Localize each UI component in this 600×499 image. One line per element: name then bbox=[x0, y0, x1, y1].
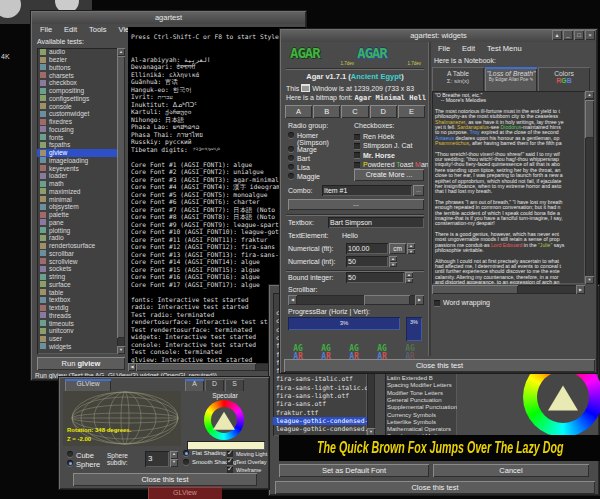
material-tab-a[interactable]: A bbox=[185, 379, 204, 391]
glview-tab[interactable]: GLView bbox=[65, 379, 111, 391]
combo-input[interactable]: Item #1 bbox=[322, 185, 412, 196]
checkbox-ren-h-ek[interactable]: Ren Höek bbox=[354, 132, 429, 141]
menu-item-file[interactable]: File bbox=[34, 24, 58, 35]
numerical-flt-stepper[interactable]: ▲▼ bbox=[407, 243, 415, 254]
checkbox-icon[interactable] bbox=[354, 162, 360, 168]
test-item-math[interactable]: math bbox=[37, 180, 125, 188]
checkbox-powdered-toast-man[interactable]: Powdered Toast Man bbox=[354, 160, 429, 169]
test-item-user[interactable]: user bbox=[37, 335, 125, 343]
material-tab-s[interactable]: S bbox=[225, 379, 244, 391]
minimize-icon[interactable]: _ bbox=[563, 30, 573, 40]
scroll-up-icon[interactable]: ▲ bbox=[585, 91, 594, 99]
step-down-icon[interactable]: ▼ bbox=[170, 459, 178, 467]
checkbox-text-overlay[interactable]: Text Overlay bbox=[227, 458, 267, 466]
cancel-button[interactable]: Cancel bbox=[433, 464, 589, 477]
scrollbar-thumb[interactable] bbox=[136, 363, 256, 371]
tests-scrollbar[interactable]: ▲ ▼ bbox=[117, 48, 125, 354]
test-item-focusing[interactable]: focusing bbox=[37, 126, 125, 134]
titlebar-widgets[interactable]: agartest: widgets bbox=[281, 30, 596, 42]
test-item-unitconv[interactable]: unitconv bbox=[37, 327, 125, 335]
test-item-fspaths[interactable]: fspaths bbox=[37, 141, 125, 149]
radio-icon[interactable] bbox=[288, 155, 294, 161]
shade-icon[interactable]: ▴ bbox=[552, 30, 562, 40]
scroll-down-icon[interactable]: ▼ bbox=[117, 346, 125, 354]
font-file-league-gothic-condensed-italic-o[interactable]: league-gothic-condensed-italic.o bbox=[273, 417, 367, 425]
textarea-vscrollbar[interactable]: ▲ ▼ bbox=[585, 91, 594, 284]
radio-icon[interactable] bbox=[288, 173, 294, 179]
radio-sphere[interactable]: Sphere bbox=[67, 460, 100, 469]
scrollbar-thumb[interactable] bbox=[364, 295, 410, 305]
test-item-table[interactable]: table bbox=[37, 288, 125, 296]
test-item-radio[interactable]: radio bbox=[37, 234, 125, 242]
letter-button-b[interactable]: B bbox=[313, 105, 340, 118]
scrollbar-thumb[interactable] bbox=[432, 285, 518, 294]
test-item-minimal[interactable]: minimal bbox=[37, 195, 125, 203]
menu-item-test-menu[interactable]: Test Menu bbox=[481, 43, 528, 54]
test-item-checkbox[interactable]: checkbox bbox=[37, 79, 125, 87]
radio-icon[interactable] bbox=[183, 459, 189, 465]
step-down-icon[interactable]: ▼ bbox=[405, 278, 413, 284]
taskbar-item-glview[interactable]: GLView bbox=[148, 487, 222, 499]
test-item-string[interactable]: string bbox=[37, 273, 125, 281]
titlebar-agartest[interactable]: agartest bbox=[32, 12, 305, 24]
notebook-tab-colors[interactable]: ColorsRGB bbox=[538, 67, 590, 91]
radio-homer-simpson-[interactable]: Homer(Simpson) bbox=[288, 132, 329, 146]
set-default-font-button[interactable]: Set as Default Font bbox=[279, 464, 429, 477]
gl-canvas[interactable]: Rotation: 348 degrees. Z = -2.00 bbox=[63, 391, 181, 446]
radio-icon[interactable] bbox=[67, 451, 73, 457]
checkbox-mr-horse[interactable]: Mr. Horse bbox=[354, 151, 429, 160]
close-test-button[interactable]: Close this test bbox=[275, 481, 595, 494]
combo-expand-button[interactable]: … bbox=[413, 185, 424, 196]
radio-icon[interactable] bbox=[288, 132, 294, 138]
test-item-fonts[interactable]: fonts bbox=[37, 133, 125, 141]
scroll-left-icon[interactable]: ◀ bbox=[288, 295, 297, 305]
test-item-scrollview[interactable]: scrollview bbox=[37, 257, 125, 265]
textarea-hscrollbar[interactable]: ▶ bbox=[432, 285, 585, 294]
run-test-button[interactable]: Run glview bbox=[37, 357, 125, 370]
test-item-keyevents[interactable]: keyevents bbox=[37, 164, 125, 172]
textarea[interactable]: "O Breathe not, etc." -- Moore's Melodie… bbox=[432, 91, 585, 284]
color-wheel-triangle[interactable] bbox=[213, 412, 235, 430]
test-item-buttons[interactable]: buttons bbox=[37, 64, 125, 72]
test-item-audio[interactable]: audio bbox=[37, 48, 125, 56]
radio-cube[interactable]: Cube bbox=[67, 451, 100, 460]
ucombo-button[interactable]: ... bbox=[288, 199, 424, 210]
test-item-console[interactable]: console bbox=[37, 102, 125, 110]
test-item-textbox[interactable]: textbox bbox=[37, 296, 125, 304]
menu-item-tools[interactable]: Tools bbox=[83, 24, 113, 35]
test-item-threads[interactable]: threads bbox=[37, 312, 125, 320]
radio-bart[interactable]: Bart bbox=[288, 155, 329, 164]
color-wheel-triangle[interactable] bbox=[548, 386, 578, 411]
create-more-button[interactable]: Create More ... bbox=[354, 169, 424, 181]
letter-button-a[interactable]: A bbox=[285, 105, 312, 118]
test-item-imageloading[interactable]: imageloading bbox=[37, 157, 125, 165]
demo-scrollbar[interactable]: ◀ ▶ bbox=[288, 295, 424, 305]
unit-selector-button[interactable]: cm bbox=[389, 243, 406, 254]
scroll-up-icon[interactable]: ▲ bbox=[117, 48, 125, 56]
bound-integer-stepper[interactable]: ▲▼ bbox=[405, 272, 413, 283]
unicode-range-supplemental-punctuation[interactable]: Supplemental Punctuation bbox=[385, 404, 457, 411]
test-item-palette[interactable]: palette bbox=[37, 211, 125, 219]
font-file-fira-sans-light-otf[interactable]: fira-sans-light.otf bbox=[273, 392, 367, 400]
pane-divider[interactable] bbox=[428, 42, 431, 356]
unicode-range-latin-extended-b[interactable]: Latin Extended B bbox=[385, 375, 457, 382]
letter-button-d[interactable]: D bbox=[370, 105, 397, 118]
textbox-input[interactable]: Bart Simpson bbox=[328, 217, 424, 228]
test-item-plotting[interactable]: plotting bbox=[37, 226, 125, 234]
subdiv-input[interactable]: 3 bbox=[145, 451, 169, 467]
unicode-range-general-punctuation[interactable]: General Punctuation bbox=[385, 397, 457, 404]
close-icon[interactable]: × bbox=[585, 30, 595, 40]
radio-icon[interactable] bbox=[288, 146, 294, 152]
unicode-range-currency-symbols[interactable]: Currency Symbols bbox=[385, 412, 457, 419]
word-wrapping-checkbox[interactable]: Word wrapping bbox=[434, 299, 490, 306]
checkbox-icon[interactable] bbox=[354, 134, 360, 140]
test-item-sockets[interactable]: sockets bbox=[37, 265, 125, 273]
menu-item-edit[interactable]: Edit bbox=[58, 24, 83, 35]
test-item-charsets[interactable]: charsets bbox=[37, 71, 125, 79]
bound-integer-input[interactable]: 50 bbox=[346, 272, 404, 283]
unicode-range-modifier-tone-letters[interactable]: Modifier Tone Letters bbox=[385, 390, 457, 397]
subdiv-stepper[interactable]: ▲▼ bbox=[170, 451, 178, 467]
radio-maggie[interactable]: Maggie bbox=[288, 173, 329, 182]
test-item-rendertosurface[interactable]: rendertosurface bbox=[37, 242, 125, 250]
test-item-widgets[interactable]: widgets bbox=[37, 343, 125, 351]
